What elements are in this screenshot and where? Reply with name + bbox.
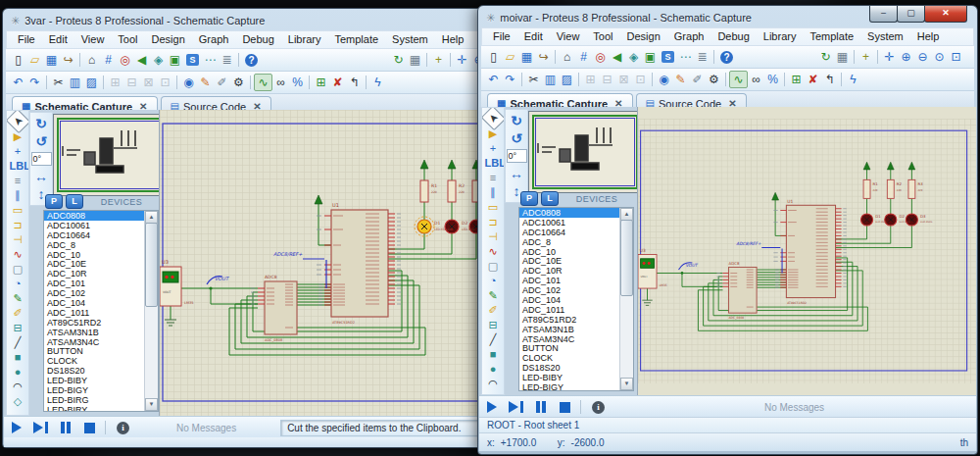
remove-sheet-icon[interactable]: ✘ — [329, 75, 346, 90]
generator-mode-icon[interactable]: ◔ — [10, 277, 26, 291]
device-list-item[interactable]: ATSAM3N1B — [519, 325, 633, 334]
menu-item[interactable]: Library — [281, 32, 328, 47]
source-code-icon[interactable]: S — [662, 51, 674, 63]
pick-devices-button[interactable]: P — [45, 194, 63, 209]
device-list-item[interactable]: ATSAM3N4C — [44, 337, 158, 347]
cut-icon[interactable]: ✂ — [525, 72, 542, 87]
bus-mode-icon[interactable]: ∥ — [10, 188, 26, 203]
block-move-icon[interactable]: ⊟ — [123, 75, 140, 90]
device-list-item[interactable]: ADC_1011 — [44, 308, 158, 318]
rotation-angle-field[interactable]: 0° — [31, 152, 52, 166]
play-button[interactable] — [4, 420, 28, 435]
redraw-icon[interactable]: ↻ — [817, 49, 834, 65]
line-2d-icon[interactable]: ╱ — [485, 332, 502, 347]
graph-mode-icon[interactable]: ∿ — [485, 244, 502, 259]
search-tag-icon[interactable]: ∞ — [748, 72, 764, 87]
line-2d-icon[interactable]: ╱ — [10, 335, 26, 350]
proteus-window-3var[interactable]: ✳ 3var - Proteus 8 Professional - Schema… — [2, 8, 551, 448]
device-list-item[interactable]: ADC_10R — [519, 266, 633, 276]
message-info-icon[interactable]: i — [117, 422, 129, 434]
device-list-item[interactable]: ADC10061 — [519, 218, 633, 228]
maximize-button[interactable]: ▢ — [897, 6, 925, 23]
menu-item[interactable]: Help — [910, 29, 947, 44]
menu-item[interactable]: Help — [435, 32, 471, 47]
menu-item[interactable]: Edit — [517, 29, 550, 44]
mirror-x-icon[interactable]: ↔ — [509, 165, 525, 182]
minimize-button[interactable]: – — [869, 6, 898, 23]
menu-item[interactable]: Template — [803, 29, 860, 44]
copy-icon[interactable]: ▥ — [67, 75, 83, 90]
virtual-instrument-mode-icon[interactable]: ⊟ — [485, 318, 502, 332]
device-list-item[interactable]: LED-BIBY — [519, 373, 633, 382]
rotate-cw-icon[interactable]: ↻ — [509, 112, 525, 129]
electrical-check-icon[interactable]: ϟ — [369, 75, 386, 90]
source-code-icon[interactable]: S — [186, 54, 199, 66]
help-icon[interactable]: ? — [245, 54, 258, 67]
box-2d-icon[interactable]: ■ — [10, 350, 26, 365]
gerber-viewer-icon[interactable]: ◈ — [625, 49, 642, 65]
stop-button[interactable] — [553, 399, 577, 415]
pcb-layout-icon[interactable]: ◎ — [117, 52, 133, 68]
redo-icon[interactable]: ↷ — [26, 75, 43, 90]
origin-icon[interactable]: + — [858, 49, 874, 65]
menu-item[interactable]: Debug — [710, 29, 756, 44]
library-manager-button[interactable]: L — [66, 194, 83, 209]
goto-parent-icon[interactable]: ↰ — [821, 72, 838, 87]
playback-icon[interactable]: ◀ — [609, 49, 625, 65]
menu-item[interactable]: File — [11, 32, 42, 47]
save-project-icon[interactable]: ▦ — [43, 52, 60, 68]
title-bar[interactable]: ✳ 3var - Proteus 8 Professional - Schema… — [3, 9, 550, 30]
menu-item[interactable]: Tool — [586, 29, 619, 44]
menu-item[interactable]: Graph — [192, 32, 236, 47]
subcircuit-mode-icon[interactable]: ▭ — [485, 200, 502, 215]
device-list-item[interactable]: ADC10664 — [519, 228, 633, 237]
device-list-item[interactable]: DS18S20 — [44, 366, 158, 376]
block-rotate-icon[interactable]: ⊠ — [140, 75, 157, 90]
tape-recorder-mode-icon[interactable]: ▢ — [10, 262, 26, 277]
tape-recorder-mode-icon[interactable]: ▢ — [485, 259, 502, 274]
junction-mode-icon[interactable]: + — [10, 144, 26, 159]
copy-icon[interactable]: ▥ — [542, 72, 559, 87]
paste-icon[interactable]: ▨ — [83, 75, 100, 90]
rotate-ccw-icon[interactable]: ↺ — [33, 132, 50, 150]
paste-icon[interactable]: ▨ — [559, 72, 575, 87]
menu-item[interactable]: View — [74, 32, 112, 47]
property-edit-icon[interactable]: ✎ — [197, 75, 214, 90]
device-list-item[interactable]: LED-BIBY — [44, 376, 158, 385]
simulation-icon[interactable]: ▣ — [642, 49, 659, 65]
new-project-icon[interactable]: ▯ — [485, 49, 502, 65]
open-project-icon[interactable]: ▱ — [502, 49, 518, 65]
proteus-window-moivar[interactable]: ✳ moivar - Proteus 8 Professional - Sche… — [477, 5, 978, 455]
search-tag-icon[interactable]: ∞ — [272, 75, 289, 90]
box-2d-icon[interactable]: ■ — [485, 347, 502, 362]
stop-button[interactable] — [77, 420, 102, 435]
voltage-probe-mode-icon[interactable]: ✎ — [10, 291, 26, 306]
step-button[interactable] — [504, 399, 528, 415]
schematic-overview[interactable] — [528, 111, 642, 193]
menu-item[interactable]: View — [550, 29, 587, 44]
goto-parent-icon[interactable]: ↰ — [346, 75, 363, 90]
rotation-angle-field[interactable]: 0° — [507, 149, 527, 163]
device-list-item[interactable]: CLOCK — [519, 353, 633, 363]
circle-2d-icon[interactable]: ● — [485, 362, 502, 377]
gerber-viewer-icon[interactable]: ◈ — [150, 52, 167, 68]
hammer-icon[interactable]: ⚙ — [230, 75, 247, 90]
device-list-item[interactable]: BUTTON — [44, 346, 158, 356]
schematic-capture-icon[interactable]: # — [100, 52, 117, 68]
terminal-mode-icon[interactable]: ⊐ — [10, 218, 26, 232]
arc-2d-icon[interactable]: ◠ — [10, 380, 26, 394]
pause-button[interactable] — [53, 420, 77, 435]
block-delete-icon[interactable]: ⊡ — [632, 72, 649, 87]
device-list-item[interactable]: ADC_8 — [44, 240, 158, 250]
schematic-canvas[interactable]: U3 VOUT LM35 ADC8 ADC_0808 U1 AT89C51RD2 — [637, 107, 976, 395]
device-list-item[interactable]: ADC_10E — [44, 259, 158, 269]
find-component-icon[interactable]: ◉ — [656, 72, 672, 87]
origin-icon[interactable]: + — [430, 52, 447, 68]
scroll-down-icon[interactable]: ▼ — [620, 378, 633, 390]
import-project-icon[interactable]: ↪ — [60, 52, 76, 68]
mirror-x-icon[interactable]: ↔ — [33, 168, 50, 185]
menu-item[interactable]: System — [860, 29, 910, 44]
device-list-item[interactable]: ADC10061 — [44, 221, 158, 230]
configure-icon[interactable]: ✐ — [214, 75, 230, 90]
zoom-in-icon[interactable]: ⊕ — [898, 49, 914, 65]
